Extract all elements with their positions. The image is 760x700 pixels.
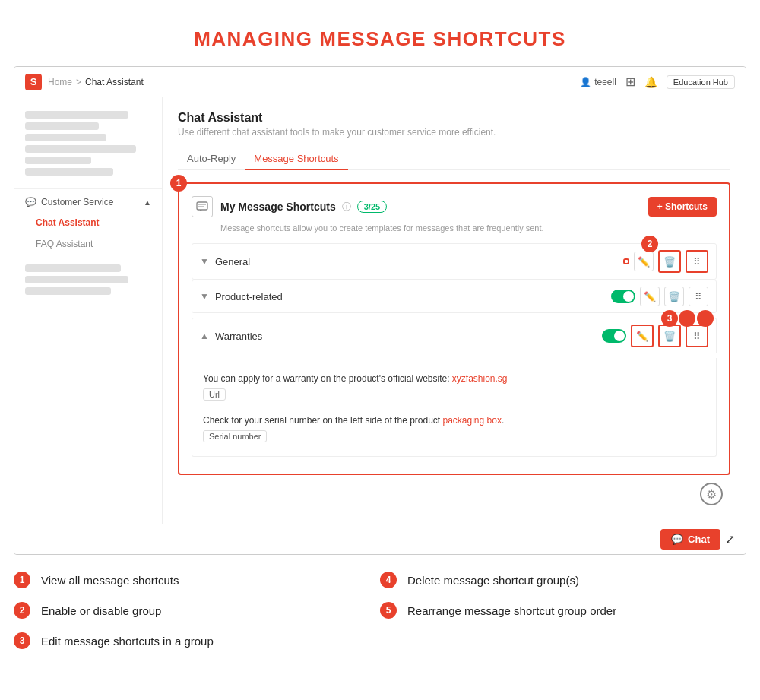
sidebar-chat-assistant-label: Chat Assistant — [36, 217, 100, 228]
nav-bar: S Home > Chat Assistant 👤 teeell ⊞ 🔔 Edu… — [14, 67, 746, 97]
general-group-actions: ✏️ 🗑️ ⠿ — [623, 250, 708, 273]
highlight-packaging: packaging box — [443, 415, 502, 426]
shortcuts-header: My Message Shortcuts ⓘ 3/25 + Shortcuts — [192, 196, 717, 217]
general-edit-icon[interactable]: ✏️ — [634, 252, 654, 271]
shortcuts-count-badge: 3/25 — [357, 201, 387, 213]
tab-auto-reply[interactable]: Auto-Reply — [178, 148, 245, 170]
product-group-actions: ✏️ 🗑️ ⠿ — [611, 287, 708, 306]
breadcrumb-home[interactable]: Home — [48, 77, 72, 87]
callout-badge-5-pos — [697, 310, 714, 327]
callout-item-1: 1 View all message shortcuts — [14, 572, 380, 588]
bell-icon[interactable]: 🔔 — [644, 76, 657, 88]
sidebar-sep — [14, 188, 162, 189]
shortcut-item-1: You can apply for a warranty on the prod… — [203, 366, 705, 407]
warranties-toggle[interactable] — [602, 329, 626, 343]
callouts-right: 4 Delete message shortcut group(s) 5 Rea… — [380, 572, 746, 649]
callout-badge-1: 1 — [170, 175, 187, 192]
callout-num-4: 4 — [380, 572, 397, 588]
group-row-general: ▼ General — [192, 243, 717, 280]
warranties-group-actions: ✏️ 🗑️ ⠿ — [602, 325, 708, 347]
shortcut-item-2: Check for your serial number on the left… — [203, 407, 705, 448]
sidebar: 💬 Customer Service ▲ Chat Assistant FAQ … — [14, 97, 163, 524]
chat-button[interactable]: 💬 Chat — [660, 529, 720, 550]
group-row-product: ▼ Product-related ✏️ 🗑️ ⠿ — [192, 280, 717, 313]
delete-highlight-general: 🗑️ — [658, 250, 681, 273]
callout-text-2: Enable or disable group — [41, 602, 161, 619]
shortcuts-description: Message shortcuts allow you to create te… — [220, 223, 717, 233]
content-title: Chat Assistant — [178, 111, 730, 125]
shortcuts-title-row: My Message Shortcuts ⓘ 3/25 — [220, 201, 648, 214]
shortcut-text-1: You can apply for a warranty on the prod… — [203, 372, 705, 385]
page-title: MANAGING MESSAGE SHORTCUTS — [0, 15, 760, 66]
product-toggle[interactable] — [611, 290, 635, 303]
shortcut-tag-serial: Serial number — [203, 430, 267, 442]
product-drag-icon[interactable]: ⠿ — [689, 287, 708, 306]
shortcuts-info-icon[interactable]: ⓘ — [342, 201, 351, 214]
callout-badge-4-pos — [679, 310, 695, 327]
drag-highlight-general: ⠿ — [686, 250, 708, 273]
group-warranties-section: 3 ▲ Warranties — [192, 318, 717, 457]
product-edit-icon[interactable]: ✏️ — [640, 287, 660, 306]
group-general-section: 2 ▼ General — [192, 243, 717, 280]
product-group-name: Product-related — [215, 291, 611, 302]
drag-highlight-warranties: ⠿ — [686, 325, 708, 347]
nav-right: 👤 teeell ⊞ 🔔 Education Hub — [580, 74, 735, 89]
product-delete-icon[interactable]: 🗑️ — [664, 287, 684, 306]
callout-num-5: 5 — [380, 602, 397, 619]
browser-frame: S Home > Chat Assistant 👤 teeell ⊞ 🔔 Edu… — [14, 66, 746, 555]
sidebar-faq-assistant-label: FAQ Assistant — [36, 239, 93, 249]
general-chevron-icon[interactable]: ▼ — [200, 256, 209, 267]
sidebar-cs-chevron: ▲ — [144, 198, 151, 207]
warranties-group-name: Warranties — [215, 331, 602, 342]
callout-item-4: 4 Delete message shortcut group(s) — [380, 572, 746, 588]
sidebar-item-faq-assistant[interactable]: FAQ Assistant — [14, 233, 162, 255]
edit-highlight-warranties: ✏️ — [631, 325, 654, 347]
chat-bar: 💬 Chat ⤢ — [14, 524, 746, 554]
sidebar-blur-5 — [25, 157, 91, 164]
general-drag-icon[interactable]: ⠿ — [687, 252, 707, 271]
warranties-drag-icon[interactable]: ⠿ — [687, 326, 707, 346]
breadcrumb: Home > Chat Assistant — [48, 77, 144, 87]
shortcut-tag-url: Url — [203, 388, 226, 401]
callout-text-4: Delete message shortcut group(s) — [407, 572, 579, 588]
breadcrumb-sep: > — [76, 77, 81, 87]
user-icon: 👤 — [580, 77, 591, 87]
sidebar-customer-service[interactable]: 💬 Customer Service ▲ — [14, 192, 162, 212]
tab-message-shortcuts[interactable]: Message Shortcuts — [245, 148, 347, 170]
callout-text-1: View all message shortcuts — [41, 572, 179, 588]
username: teeell — [594, 77, 616, 87]
delete-highlight-warranties: 🗑️ — [658, 325, 681, 347]
chat-btn-icon: 💬 — [671, 534, 683, 545]
grid-icon[interactable]: ⊞ — [625, 74, 635, 89]
callout-text-5: Rearrange message shortcut group order — [407, 602, 616, 619]
warranties-edit-icon[interactable]: ✏️ — [632, 326, 652, 346]
content-subtitle: Use different chat assistant tools to ma… — [178, 127, 730, 138]
sidebar-blur-9 — [25, 287, 111, 295]
toggle-highlight-general — [623, 258, 629, 264]
warranties-delete-icon[interactable]: 🗑️ — [660, 326, 679, 346]
shortcuts-message-icon — [192, 196, 213, 217]
add-shortcuts-button[interactable]: + Shortcuts — [648, 197, 717, 217]
shortcuts-section: 1 — [178, 182, 730, 475]
general-delete-icon[interactable]: 🗑️ — [660, 252, 679, 271]
warranties-chevron-icon[interactable]: ▲ — [200, 331, 209, 341]
sidebar-cs-label: Customer Service — [41, 197, 113, 207]
shortcuts-box: My Message Shortcuts ⓘ 3/25 + Shortcuts … — [178, 182, 730, 475]
chat-expand-icon[interactable]: ⤢ — [725, 532, 735, 546]
general-group-name: General — [215, 256, 623, 268]
highlight-url: xyzfashion.sg — [452, 373, 508, 384]
settings-area: ⚙ — [178, 483, 730, 510]
shortcuts-title: My Message Shortcuts — [220, 201, 336, 213]
settings-icon[interactable]: ⚙ — [700, 483, 723, 505]
sidebar-blur-7 — [25, 264, 121, 272]
callouts-left: 1 View all message shortcuts 2 Enable or… — [14, 572, 380, 649]
callout-badge-2: 2 — [641, 236, 658, 252]
group-row-warranties: ▲ Warranties ✏️ — [192, 318, 717, 353]
sidebar-blur-8 — [25, 276, 128, 283]
education-hub-button[interactable]: Education Hub — [667, 75, 735, 89]
callout-item-2: 2 Enable or disable group — [14, 602, 380, 619]
sidebar-blur-2 — [25, 122, 99, 130]
product-chevron-icon[interactable]: ▼ — [200, 291, 209, 302]
sidebar-item-chat-assistant[interactable]: Chat Assistant — [14, 212, 162, 233]
callout-num-3: 3 — [14, 632, 30, 649]
